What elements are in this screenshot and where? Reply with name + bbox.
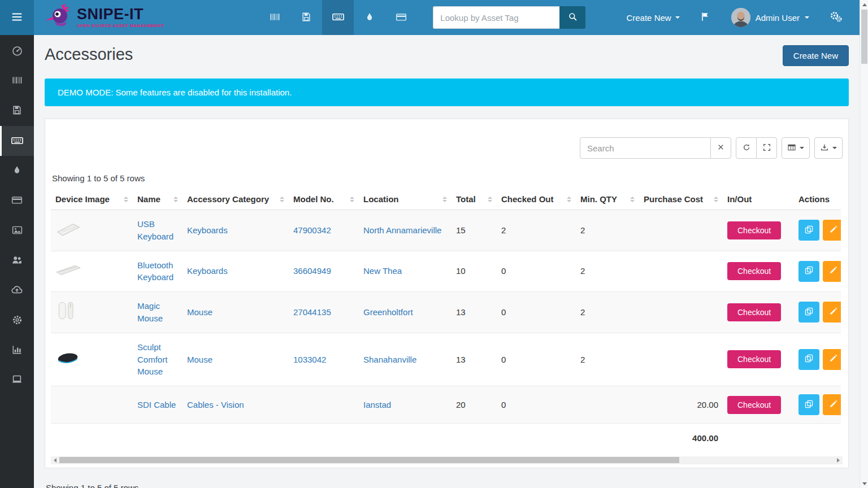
clone-button[interactable] [798,349,819,370]
create-new-button[interactable]: Create New [783,45,849,66]
user-menu[interactable]: Admin User [731,8,809,27]
checkout-button[interactable]: Checkout [727,221,781,239]
sidebar-item-reports[interactable] [0,336,34,365]
col-min-qty[interactable]: Min. QTY [576,189,639,210]
location-link[interactable]: Ianstad [363,400,391,409]
clear-search-button[interactable] [710,137,731,159]
shortcut-components[interactable] [385,0,417,35]
checkout-button[interactable]: Checkout [727,350,781,368]
scroll-right-arrow-icon[interactable] [834,456,843,464]
scroll-down-arrow-icon[interactable] [860,479,868,488]
location-link[interactable]: New Thea [363,266,402,276]
col-in-out: In/Out [723,189,794,210]
col-device-image[interactable]: Device Image [51,189,133,210]
col-name[interactable]: Name [133,189,183,210]
accessory-category-link[interactable]: Mouse [187,307,212,317]
sidebar-item-consumables[interactable] [0,156,34,186]
navbar-create-new-dropdown[interactable]: Create New [626,13,679,23]
flag-button[interactable] [700,11,711,24]
keyboard-icon [332,10,345,25]
accessories-table: Device Image Name Accessory Category Mod… [51,189,841,453]
sidebar-item-kits[interactable] [0,216,34,246]
col-total[interactable]: Total [452,189,497,210]
sidebar-item-licenses[interactable] [0,96,34,126]
top-navbar: SNIPE-IT OPEN SOURCE ASSET MANAGEMENT Cr… [0,0,860,35]
checkout-button[interactable]: Checkout [727,262,781,280]
checkout-button[interactable]: Checkout [727,303,781,321]
accessory-name-link[interactable]: USB Keyboard [137,219,173,241]
asset-tag-search-button[interactable] [559,6,585,29]
edit-button[interactable] [823,261,841,282]
location-link[interactable]: Shanahanville [363,355,416,364]
model-no-link[interactable]: 1033042 [293,355,326,364]
scroll-up-arrow-icon[interactable] [860,0,868,9]
sidebar-item-requestable[interactable] [0,365,34,395]
location-link[interactable]: North Annamarieville [363,225,441,235]
clone-button[interactable] [798,220,819,241]
category-cell: Keyboards [183,210,289,251]
name-cell: Sculpt Comfort Mouse [133,333,183,386]
sculpt-comfort-mouse-image[interactable] [55,350,80,366]
clone-button[interactable] [798,261,819,282]
bluetooth-keyboard-image[interactable] [55,262,81,277]
accessory-category-link[interactable]: Keyboards [187,266,228,276]
accessory-name-link[interactable]: Bluetooth Keyboard [137,260,173,282]
location-link[interactable]: Greenholtfort [363,307,413,317]
model-no-link[interactable]: 47900342 [293,225,331,235]
checkout-button[interactable]: Checkout [727,396,781,414]
col-accessory-category[interactable]: Accessory Category [183,189,289,210]
page-title: Accessories [45,45,133,64]
usb-keyboard-image[interactable] [55,220,81,237]
actions-cell [794,251,841,292]
sidebar-item-dashboard[interactable] [0,36,34,66]
refresh-button[interactable] [736,137,757,159]
horizontal-scrollbar-thumb[interactable] [59,457,679,463]
asset-tag-lookup-input[interactable] [433,6,559,29]
horizontal-scrollbar[interactable] [51,456,843,464]
accessory-name-link[interactable]: SDI Cable [137,400,176,409]
columns-dropdown-button[interactable] [782,137,810,159]
brand-logo[interactable]: SNIPE-IT OPEN SOURCE ASSET MANAGEMENT [44,3,164,32]
accessory-category-link[interactable]: Mouse [187,355,212,364]
col-purchase-cost[interactable]: Purchase Cost [639,189,723,210]
min-qty-cell: 2 [576,210,639,251]
shortcut-licenses[interactable] [290,0,322,35]
shortcut-barcode[interactable] [259,0,290,35]
sidebar-item-components[interactable] [0,186,34,216]
accessory-category-link[interactable]: Cables - Vision [187,400,244,409]
in-out-cell: Checkout [723,210,794,251]
edit-button[interactable] [823,394,841,415]
col-model-no[interactable]: Model No. [289,189,359,210]
in-out-cell: Checkout [723,386,794,424]
model-no-cell: 1033042 [289,333,359,386]
sidebar-item-assets[interactable] [0,66,34,96]
table-search-input[interactable] [580,137,711,159]
sidebar-item-import[interactable] [0,276,34,306]
vertical-scrollbar-thumb[interactable] [861,10,867,64]
shortcut-accessories[interactable] [322,0,354,35]
col-checked-out[interactable]: Checked Out [497,189,576,210]
admin-settings-button[interactable] [830,10,843,25]
clone-button[interactable] [798,302,819,323]
accessory-name-link[interactable]: Magic Mouse [137,301,163,323]
shortcut-consumables[interactable] [354,0,385,35]
hamburger-menu-button[interactable] [0,0,34,35]
magic-mouse-image[interactable] [55,300,78,321]
edit-button[interactable] [823,349,841,370]
vertical-scrollbar[interactable] [860,0,868,488]
sidebar-item-accessories[interactable] [0,126,34,156]
clone-button[interactable] [798,394,819,415]
clone-icon [804,399,814,411]
scroll-left-arrow-icon[interactable] [51,456,59,464]
export-dropdown-button[interactable] [814,137,843,159]
accessory-name-link[interactable]: Sculpt Comfort Mouse [137,342,167,377]
edit-button[interactable] [823,220,841,241]
edit-button[interactable] [823,302,841,323]
fullscreen-button[interactable] [756,137,777,159]
model-no-link[interactable]: 36604949 [293,266,331,276]
accessory-category-link[interactable]: Keyboards [187,225,228,235]
col-location[interactable]: Location [359,189,452,210]
model-no-link[interactable]: 27044135 [293,307,331,317]
sidebar-item-settings[interactable] [0,306,34,336]
sidebar-item-people[interactable] [0,246,34,276]
